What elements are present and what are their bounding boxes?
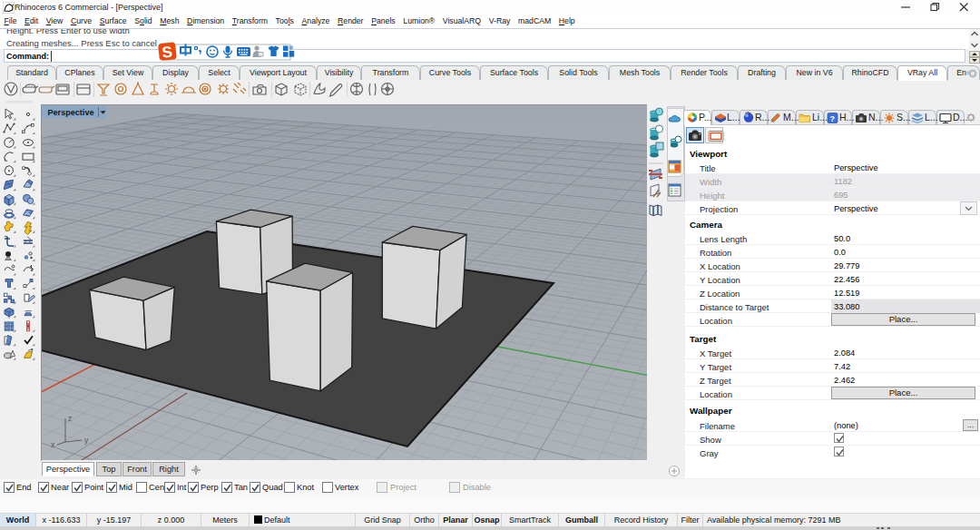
svg-text:z: z: [68, 414, 72, 423]
svg-text:Li...: Li...: [812, 112, 828, 123]
svg-text:N...: N...: [868, 112, 883, 123]
svg-text:P...: P...: [699, 112, 711, 123]
svg-text:S: S: [162, 44, 173, 62]
svg-text:M...: M...: [783, 112, 799, 123]
svg-text:Perspective: Perspective: [48, 107, 94, 117]
svg-text:L...: L...: [925, 112, 938, 123]
svg-text:H...: H...: [839, 112, 854, 123]
svg-text:S...: S...: [897, 112, 911, 123]
svg-text:D...: D...: [953, 112, 967, 123]
svg-text:?: ?: [830, 114, 836, 123]
svg-text:R...: R...: [755, 112, 769, 123]
svg-text:L...: L...: [727, 112, 740, 123]
